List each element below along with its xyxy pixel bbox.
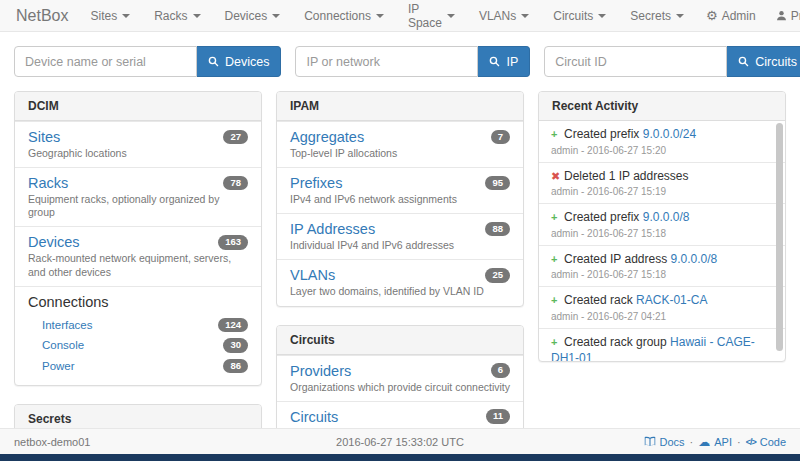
chevron-down-icon bbox=[676, 14, 684, 18]
sites-link[interactable]: Sites bbox=[28, 129, 60, 145]
activity-meta: admin - 2016-06-27 04:21 bbox=[551, 311, 769, 322]
racks-link[interactable]: Racks bbox=[28, 175, 68, 191]
page-footer: netbox-demo01 2016-06-27 15:33:02 UTC Do… bbox=[0, 428, 800, 454]
dashboard-panels: DCIM Sites27 Geographic locations Racks7… bbox=[0, 91, 800, 461]
list-item-providers: Providers6 Organizations which provide c… bbox=[277, 355, 523, 401]
interfaces-count-badge: 124 bbox=[218, 318, 248, 332]
search-icon bbox=[738, 56, 749, 67]
delete-icon: ✖ bbox=[551, 169, 564, 183]
device-search-input[interactable] bbox=[14, 46, 197, 77]
connections-console-row: Console 30 bbox=[28, 335, 248, 355]
list-item-devices: Devices163 Rack-mounted network equipmen… bbox=[15, 226, 261, 285]
ip-addresses-link[interactable]: IP Addresses bbox=[290, 221, 375, 237]
activity-action: Created prefix bbox=[564, 127, 639, 141]
aggregates-description: Top-level IP allocations bbox=[290, 147, 510, 160]
power-link[interactable]: Power bbox=[42, 360, 75, 372]
racks-count-badge: 78 bbox=[223, 176, 248, 190]
nav-circuits[interactable]: Circuits bbox=[541, 9, 618, 23]
nav-sites[interactable]: Sites bbox=[78, 9, 142, 23]
netbox-logo[interactable]: NetBox bbox=[12, 7, 78, 25]
activity-meta: admin - 2016-06-27 15:20 bbox=[551, 145, 769, 156]
power-count-badge: 86 bbox=[223, 359, 248, 373]
circuit-search-input[interactable] bbox=[544, 46, 727, 77]
panel-title-circuits: Circuits bbox=[277, 326, 523, 355]
activity-action: Created IP address bbox=[564, 252, 667, 266]
circuits-link[interactable]: Circuits bbox=[290, 409, 338, 425]
cloud-icon: ☁ bbox=[698, 436, 710, 448]
list-item-aggregates: Aggregates7 Top-level IP allocations bbox=[277, 121, 523, 167]
nav-ip-space[interactable]: IP Space bbox=[396, 2, 467, 30]
device-search-group: Devices bbox=[14, 46, 281, 77]
devices-description: Rack-mounted network equipment, servers,… bbox=[28, 252, 248, 278]
nav-connections[interactable]: Connections bbox=[292, 9, 396, 23]
devices-link[interactable]: Devices bbox=[28, 234, 80, 250]
user-icon bbox=[776, 10, 787, 21]
plus-icon: + bbox=[551, 293, 564, 307]
activity-list: +Created prefix 9.0.0.0/24 admin - 2016-… bbox=[539, 121, 785, 361]
chevron-down-icon bbox=[447, 14, 455, 18]
gear-icon: ⚙ bbox=[706, 9, 718, 22]
vlans-count-badge: 25 bbox=[485, 268, 510, 282]
circuits-count-badge: 11 bbox=[486, 409, 510, 423]
activity-scrollbar[interactable] bbox=[776, 123, 783, 351]
activity-row: +Created prefix 9.0.0.0/8 admin - 2016-0… bbox=[539, 203, 785, 245]
column-dcim: DCIM Sites27 Geographic locations Racks7… bbox=[14, 91, 262, 461]
docs-link[interactable]: Docs bbox=[644, 436, 685, 448]
connections-title: Connections bbox=[28, 294, 248, 310]
aggregates-link[interactable]: Aggregates bbox=[290, 129, 364, 145]
activity-object-link[interactable]: 9.0.0.0/8 bbox=[671, 252, 718, 266]
activity-object-link[interactable]: 9.0.0.0/8 bbox=[643, 210, 690, 224]
footer-links: Docs · ☁ API · </> Code bbox=[644, 436, 786, 448]
search-icon bbox=[489, 56, 500, 67]
aggregates-count-badge: 7 bbox=[491, 130, 510, 144]
chevron-down-icon bbox=[598, 14, 606, 18]
list-item-ip-addresses: IP Addresses88 Individual IPv4 and IPv6 … bbox=[277, 213, 523, 259]
activity-row: +Created rack RACK-01-CA admin - 2016-06… bbox=[539, 286, 785, 328]
ip-search-input[interactable] bbox=[295, 46, 478, 77]
activity-row: ✖Deleted 1 IP addresses admin - 2016-06-… bbox=[539, 162, 785, 204]
plus-icon: + bbox=[551, 335, 564, 349]
hostname-label: netbox-demo01 bbox=[14, 436, 90, 448]
activity-action: Created prefix bbox=[564, 210, 639, 224]
ip-search-button[interactable]: IP bbox=[478, 46, 530, 77]
circuit-search-group: Circuits bbox=[544, 46, 800, 77]
list-item-vlans: VLANs25 Layer two domains, identified by… bbox=[277, 259, 523, 305]
connections-power-row: Power 86 bbox=[28, 356, 248, 376]
sites-description: Geographic locations bbox=[28, 147, 248, 160]
prefixes-link[interactable]: Prefixes bbox=[290, 175, 342, 191]
providers-link[interactable]: Providers bbox=[290, 363, 351, 379]
activity-row: +Created prefix 9.0.0.0/24 admin - 2016-… bbox=[539, 121, 785, 162]
code-link[interactable]: </> Code bbox=[746, 436, 786, 448]
activity-action: Created rack group bbox=[564, 335, 667, 349]
prefixes-count-badge: 95 bbox=[485, 176, 510, 190]
book-icon bbox=[644, 436, 656, 447]
ip-addresses-count-badge: 88 bbox=[485, 222, 510, 236]
api-link[interactable]: ☁ API bbox=[698, 436, 732, 448]
window-bottom-strip bbox=[0, 454, 800, 461]
activity-object-link[interactable]: RACK-01-CA bbox=[636, 293, 707, 307]
utility-menu: ⚙Admin Profile Log out bbox=[696, 2, 800, 30]
chevron-down-icon bbox=[521, 14, 529, 18]
nav-devices[interactable]: Devices bbox=[213, 9, 293, 23]
ip-search-group: IP bbox=[295, 46, 530, 77]
nav-racks[interactable]: Racks bbox=[142, 9, 212, 23]
activity-object-link[interactable]: 9.0.0.0/24 bbox=[643, 127, 696, 141]
device-search-button[interactable]: Devices bbox=[197, 46, 281, 77]
admin-button[interactable]: ⚙Admin bbox=[696, 9, 766, 23]
list-item-racks: Racks78 Equipment racks, optionally orga… bbox=[15, 167, 261, 226]
vlans-link[interactable]: VLANs bbox=[290, 267, 335, 283]
console-link[interactable]: Console bbox=[42, 339, 84, 351]
nav-secrets[interactable]: Secrets bbox=[618, 9, 696, 23]
providers-description: Organizations which provide circuit conn… bbox=[290, 381, 510, 394]
providers-count-badge: 6 bbox=[491, 363, 510, 377]
vlans-description: Layer two domains, identified by VLAN ID bbox=[290, 285, 510, 298]
activity-meta: admin - 2016-06-27 15:19 bbox=[551, 186, 769, 197]
sites-count-badge: 27 bbox=[223, 130, 248, 144]
column-ipam: IPAM Aggregates7 Top-level IP allocation… bbox=[276, 91, 524, 461]
circuit-search-button[interactable]: Circuits bbox=[727, 46, 800, 77]
activity-meta: admin - 2016-06-27 15:18 bbox=[551, 228, 769, 239]
interfaces-link[interactable]: Interfaces bbox=[42, 319, 93, 331]
nav-vlans[interactable]: VLANs bbox=[467, 9, 541, 23]
top-navbar: NetBox Sites Racks Devices Connections I… bbox=[0, 0, 800, 32]
profile-button[interactable]: Profile bbox=[766, 9, 800, 23]
